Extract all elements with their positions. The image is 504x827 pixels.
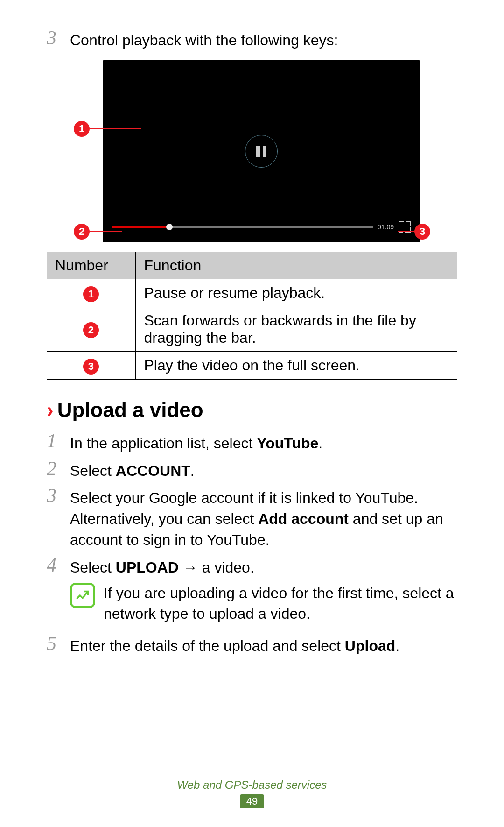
- step-text: Select ACCOUNT.: [70, 459, 195, 481]
- footer-section: Web and GPS-based services: [0, 778, 504, 792]
- step-text: Control playback with the following keys…: [70, 28, 338, 51]
- callout-line: [398, 231, 414, 232]
- row-number-dot: 1: [83, 286, 99, 302]
- step-text: Select UPLOAD → a video.: [70, 555, 254, 578]
- callout-line: [90, 128, 141, 129]
- video-screenshot: 01:09 1 2 3: [84, 60, 420, 242]
- upload-step-3: 3 Select your Google account if it is li…: [47, 486, 457, 550]
- callout-1: 1: [74, 121, 141, 137]
- note-text: If you are uploading a video for the fir…: [104, 583, 457, 625]
- text: .: [190, 462, 195, 479]
- page-number: 49: [240, 794, 264, 808]
- bold-text: Add account: [258, 510, 349, 527]
- step-text: Select your Google account if it is link…: [70, 486, 457, 550]
- text: .: [318, 435, 322, 452]
- step-text: In the application list, select YouTube.: [70, 431, 322, 454]
- pause-button[interactable]: [245, 135, 278, 168]
- header-number: Number: [47, 252, 135, 279]
- step-number: 2: [47, 459, 70, 478]
- step-number: 4: [47, 555, 70, 575]
- pause-icon: [256, 146, 266, 157]
- seek-row: 01:09: [112, 221, 411, 233]
- chevron-right-icon: ›: [47, 398, 54, 422]
- bold-text: ACCOUNT: [116, 462, 190, 479]
- text: a video.: [202, 559, 254, 576]
- callout-dot: 3: [414, 224, 430, 240]
- upload-step-5: 5 Enter the details of the upload and se…: [47, 634, 457, 657]
- step-number: 3: [47, 28, 70, 48]
- table-row: 1 Pause or resume playback.: [47, 279, 457, 307]
- text: Enter the details of the upload and sele…: [70, 637, 345, 654]
- bold-text: UPLOAD: [116, 559, 179, 576]
- upload-step-2: 2 Select ACCOUNT.: [47, 459, 457, 481]
- upload-step-1: 1 In the application list, select YouTub…: [47, 431, 457, 454]
- seek-bar[interactable]: [112, 226, 373, 228]
- step-number: 5: [47, 634, 70, 653]
- step-number: 1: [47, 431, 70, 451]
- callout-3: 3: [398, 224, 430, 240]
- bold-text: Upload: [345, 637, 395, 654]
- video-frame: 01:09: [103, 60, 420, 242]
- note: If you are uploading a video for the fir…: [70, 583, 457, 625]
- text: Alternatively, you can select: [70, 510, 258, 527]
- table-row: 2 Scan forwards or backwards in the file…: [47, 307, 457, 351]
- table-header-row: Number Function: [47, 252, 457, 279]
- step-3-playback: 3 Control playback with the following ke…: [47, 28, 457, 51]
- callout-2: 2: [74, 224, 122, 240]
- text-line: Select your Google account if it is link…: [70, 488, 457, 509]
- callout-line: [90, 231, 122, 232]
- text: In the application list, select: [70, 435, 257, 452]
- bold-text: YouTube: [257, 435, 318, 452]
- function-table: Number Function 1 Pause or resume playba…: [47, 252, 457, 380]
- text: Select: [70, 462, 116, 479]
- row-function: Scan forwards or backwards in the file b…: [135, 307, 457, 351]
- row-number-dot: 3: [83, 359, 99, 375]
- seek-thumb[interactable]: [166, 224, 173, 230]
- text: .: [395, 637, 399, 654]
- step-number: 3: [47, 486, 70, 505]
- upload-step-4: 4 Select UPLOAD → a video.: [47, 555, 457, 578]
- step-text: Enter the details of the upload and sele…: [70, 634, 399, 657]
- callout-dot: 1: [74, 121, 90, 137]
- row-function: Play the video on the full screen.: [135, 351, 457, 379]
- callout-dot: 2: [74, 224, 90, 240]
- note-icon: [70, 583, 95, 608]
- row-function: Pause or resume playback.: [135, 279, 457, 307]
- arrow-icon: →: [179, 559, 202, 576]
- time-label: 01:09: [378, 223, 394, 231]
- text-line: Alternatively, you can select Add accoun…: [70, 509, 457, 551]
- row-number-dot: 2: [83, 322, 99, 338]
- page-footer: Web and GPS-based services 49: [0, 778, 504, 808]
- header-function: Function: [135, 252, 457, 279]
- section-heading: › Upload a video: [47, 398, 457, 422]
- section-title: Upload a video: [57, 398, 203, 422]
- text: Select: [70, 559, 116, 576]
- table-row: 3 Play the video on the full screen.: [47, 351, 457, 379]
